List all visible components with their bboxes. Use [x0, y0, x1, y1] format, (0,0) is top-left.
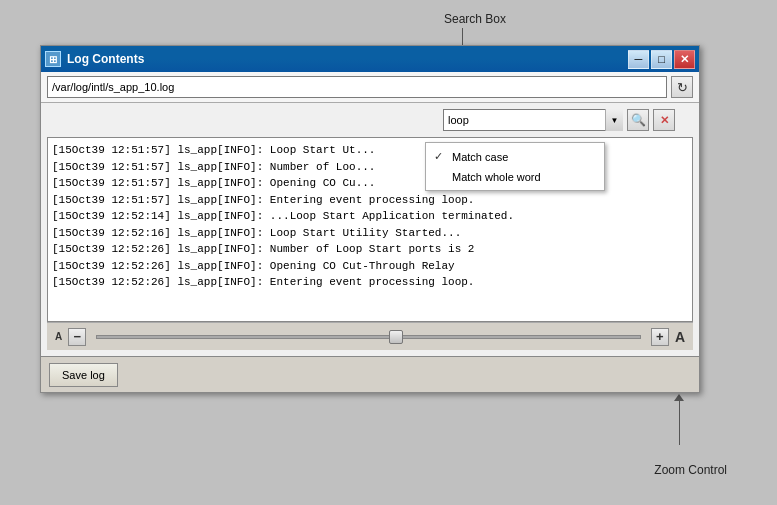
- bottom-bar: Save log: [41, 356, 699, 392]
- save-log-button[interactable]: Save log: [49, 363, 118, 387]
- match-whole-word-label: Match whole word: [452, 171, 541, 183]
- zoom-control-annotation: Zoom Control: [654, 463, 727, 477]
- search-button[interactable]: 🔍: [627, 109, 649, 131]
- log-line: [15Oct39 12:52:16] ls_app[INFO]: Loop St…: [52, 225, 688, 242]
- zoom-minus-button[interactable]: −: [68, 328, 86, 346]
- clear-search-button[interactable]: ✕: [653, 109, 675, 131]
- close-button[interactable]: ✕: [674, 50, 695, 69]
- match-whole-word-option[interactable]: Match whole word: [426, 167, 604, 187]
- search-dropdown-button[interactable]: ▼: [605, 109, 623, 131]
- zoom-control-arrow-line: [679, 400, 680, 445]
- match-case-option[interactable]: ✓ Match case: [426, 146, 604, 167]
- zoom-plus-button[interactable]: +: [651, 328, 669, 346]
- content-area: ▼ ✓ Match case Match whole word 🔍: [41, 103, 699, 356]
- refresh-button[interactable]: ↻: [671, 76, 693, 98]
- zoom-slider-thumb[interactable]: [389, 330, 403, 344]
- address-bar: ↻: [41, 72, 699, 103]
- search-icon: 🔍: [631, 113, 646, 127]
- window-icon: ⊞: [45, 51, 61, 67]
- zoom-a-large-label: A: [675, 329, 685, 345]
- log-line: [15Oct39 12:52:14] ls_app[INFO]: ...Loop…: [52, 208, 688, 225]
- search-input-wrapper: ▼ ✓ Match case Match whole word: [443, 109, 623, 131]
- log-line: [15Oct39 12:52:26] ls_app[INFO]: Enterin…: [52, 274, 688, 291]
- search-box-annotation: Search Box: [444, 12, 506, 26]
- search-dropdown-menu: ✓ Match case Match whole word: [425, 142, 605, 191]
- zoom-bar: A − + A: [47, 322, 693, 350]
- zoom-control-arrowhead: [674, 394, 684, 401]
- zoom-slider-track[interactable]: [96, 335, 641, 339]
- log-line: [15Oct39 12:51:57] ls_app[INFO]: Enterin…: [52, 192, 688, 209]
- address-input[interactable]: [47, 76, 667, 98]
- dropdown-arrow-icon: ▼: [611, 116, 619, 125]
- title-bar-buttons: ─ □ ✕: [628, 50, 695, 69]
- title-bar: ⊞ Log Contents ─ □ ✕: [41, 46, 699, 72]
- restore-button[interactable]: □: [651, 50, 672, 69]
- clear-search-icon: ✕: [660, 114, 669, 127]
- minimize-button[interactable]: ─: [628, 50, 649, 69]
- log-line: [15Oct39 12:52:26] ls_app[INFO]: Opening…: [52, 258, 688, 275]
- search-row: ▼ ✓ Match case Match whole word 🔍: [47, 109, 693, 131]
- window-title: Log Contents: [67, 52, 628, 66]
- match-whole-word-check: [434, 171, 446, 183]
- match-case-label: Match case: [452, 151, 508, 163]
- zoom-a-small-label: A: [55, 331, 62, 342]
- log-contents-window: ⊞ Log Contents ─ □ ✕ ↻ ▼: [40, 45, 700, 393]
- search-input[interactable]: [443, 109, 623, 131]
- refresh-icon: ↻: [677, 80, 688, 95]
- log-line: [15Oct39 12:52:26] ls_app[INFO]: Number …: [52, 241, 688, 258]
- match-case-check: ✓: [434, 150, 446, 163]
